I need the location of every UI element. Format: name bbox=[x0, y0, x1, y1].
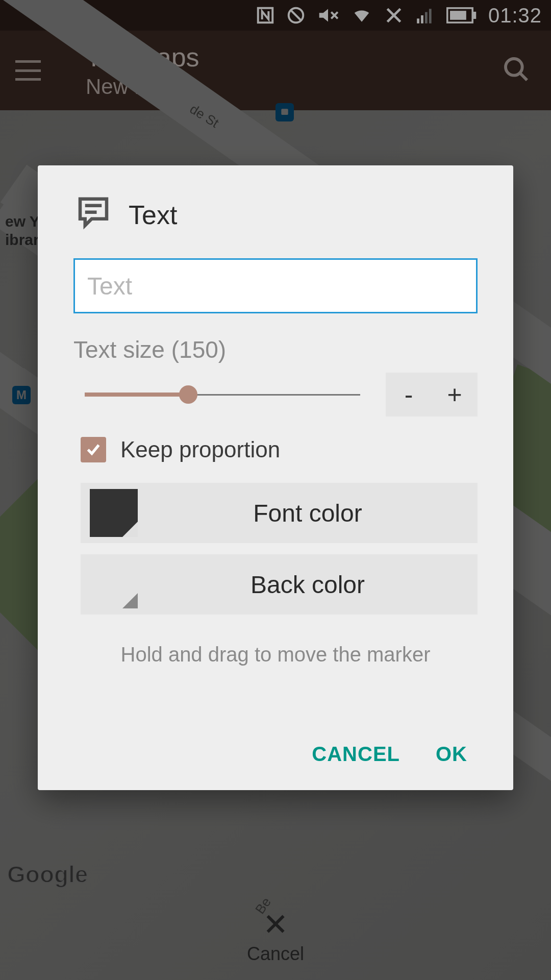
cancel-button[interactable]: CANCEL bbox=[312, 743, 400, 766]
back-color-button[interactable]: Back color bbox=[81, 554, 478, 615]
text-size-stepper: - + bbox=[386, 373, 478, 416]
decrease-button[interactable]: - bbox=[386, 373, 432, 416]
text-size-slider[interactable] bbox=[85, 384, 360, 405]
keep-proportion-checkbox[interactable] bbox=[81, 437, 106, 462]
font-color-swatch bbox=[90, 489, 138, 537]
dialog-header: Text bbox=[73, 194, 478, 236]
back-color-label: Back color bbox=[138, 571, 478, 599]
font-color-label: Font color bbox=[138, 499, 478, 527]
dialog-title: Text bbox=[129, 200, 177, 230]
text-annotation-icon bbox=[73, 194, 113, 236]
back-color-swatch bbox=[90, 560, 138, 608]
text-dialog: Text Text size (150) - + Keep proportion… bbox=[38, 165, 513, 790]
keep-proportion-label: Keep proportion bbox=[120, 437, 280, 462]
increase-button[interactable]: + bbox=[432, 373, 478, 416]
dialog-hint: Hold and drag to move the marker bbox=[73, 643, 478, 666]
text-input[interactable] bbox=[73, 258, 478, 313]
font-color-button[interactable]: Font color bbox=[81, 483, 478, 543]
text-size-label: Text size (150) bbox=[73, 336, 478, 363]
ok-button[interactable]: OK bbox=[436, 743, 467, 766]
